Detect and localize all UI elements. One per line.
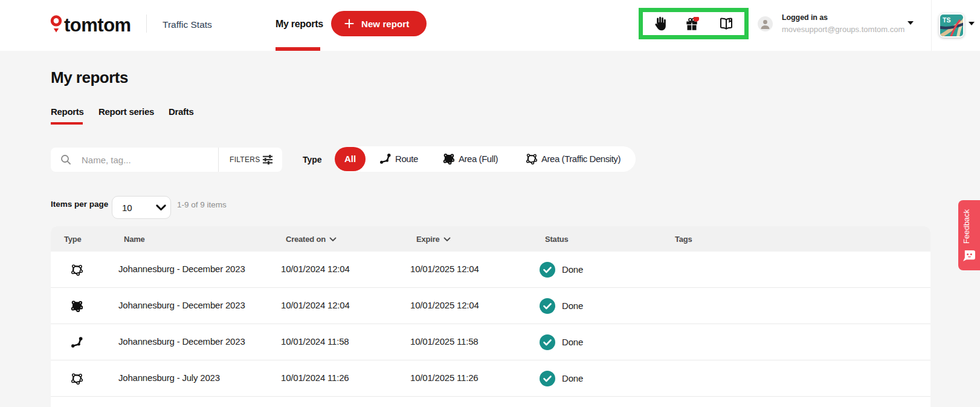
- svg-text:TS: TS: [943, 16, 950, 24]
